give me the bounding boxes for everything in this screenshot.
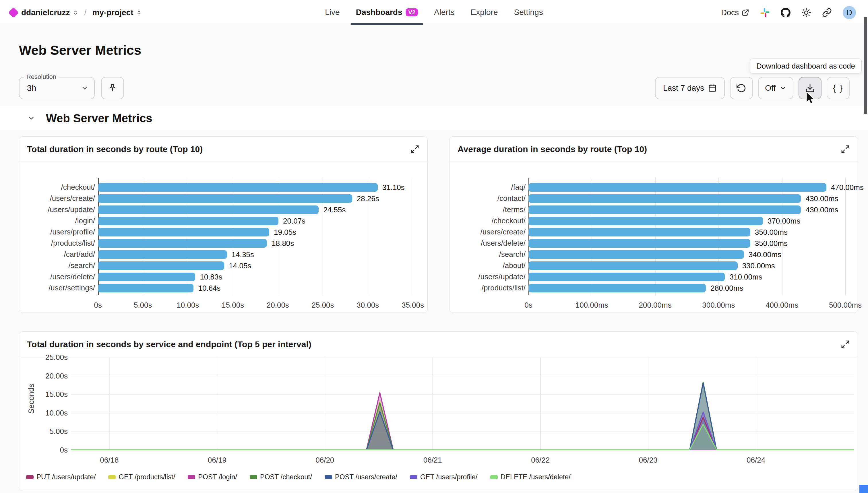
bar[interactable] xyxy=(528,206,801,214)
bar-value-label: 310.00ms xyxy=(729,273,762,281)
live-stream-toggle[interactable]: Off xyxy=(758,77,793,99)
bar[interactable] xyxy=(528,284,706,293)
x-tick-label: 06/19 xyxy=(197,456,237,465)
bar-value-label: 19.05s xyxy=(274,228,296,236)
x-tick-label: 5.00s xyxy=(123,301,163,309)
legend-item[interactable]: POST /checkout/ xyxy=(250,473,312,481)
legend-item[interactable]: POST /login/ xyxy=(188,473,237,481)
main-tabs: Live Dashboards V2 Alerts Explore Settin… xyxy=(324,0,543,25)
bottom-right-accent xyxy=(860,485,868,493)
legend-swatch-icon xyxy=(26,475,34,479)
bar[interactable] xyxy=(98,183,378,192)
scrollbar-thumb[interactable] xyxy=(864,17,867,114)
bar[interactable] xyxy=(98,261,224,270)
chart-legend: PUT /users/update/GET /products/list/POS… xyxy=(26,473,571,481)
bar-value-label: 10.64s xyxy=(198,284,220,293)
legend-label: GET /products/list/ xyxy=(119,473,175,481)
refresh-icon xyxy=(737,83,746,93)
area-chart-svg[interactable] xyxy=(71,358,854,450)
share-link-icon[interactable] xyxy=(822,8,832,18)
legend-item[interactable]: POST /users/create/ xyxy=(325,473,397,481)
time-range-button[interactable]: Last 7 days xyxy=(655,77,725,99)
legend-label: PUT /users/update/ xyxy=(37,473,96,481)
expand-icon[interactable] xyxy=(410,145,419,154)
bar-row: /about/330.00ms xyxy=(457,260,851,271)
bar-value-label: 430.00ms xyxy=(805,206,838,214)
top-nav: ddanielcruzz / my-project Live Dashboard… xyxy=(0,0,868,25)
expand-icon[interactable] xyxy=(841,145,850,154)
chevron-down-icon xyxy=(81,84,88,92)
bar[interactable] xyxy=(98,206,319,214)
axiom-logo-icon[interactable] xyxy=(8,7,19,18)
collapse-chevron-icon[interactable] xyxy=(27,114,35,122)
bar-track: 14.05s xyxy=(98,261,420,270)
slack-icon[interactable] xyxy=(760,8,770,18)
docs-link[interactable]: Docs xyxy=(721,8,749,17)
area-series-line xyxy=(71,417,854,450)
refresh-button[interactable] xyxy=(730,77,753,99)
legend-item[interactable]: PUT /users/update/ xyxy=(26,473,96,481)
bar[interactable] xyxy=(98,250,227,259)
tab-settings[interactable]: Settings xyxy=(513,0,544,25)
tab-alerts[interactable]: Alerts xyxy=(433,0,455,25)
bar[interactable] xyxy=(528,183,826,192)
bar-track: 470.00ms xyxy=(528,183,851,192)
bar-value-label: 14.05s xyxy=(229,261,251,270)
org-switcher[interactable]: ddanielcruzz xyxy=(21,8,79,17)
bar[interactable] xyxy=(528,194,801,203)
bar-track: 350.00ms xyxy=(528,239,851,248)
x-tick-label: 35.00s xyxy=(393,301,433,309)
download-icon xyxy=(805,83,815,93)
bar[interactable] xyxy=(528,273,725,281)
area-series-fill xyxy=(71,382,854,450)
bar-category-label: /contact/ xyxy=(457,194,526,203)
bar[interactable] xyxy=(528,250,744,259)
bar[interactable] xyxy=(98,273,195,281)
x-tick-label: 20.00s xyxy=(258,301,298,309)
bar-track: 20.07s xyxy=(98,217,420,225)
legend-swatch-icon xyxy=(108,475,116,479)
tab-explore[interactable]: Explore xyxy=(470,0,499,25)
bar-category-label: /login/ xyxy=(26,216,95,225)
tab-dashboards[interactable]: Dashboards V2 xyxy=(355,0,419,25)
bar-row: /users/profile/19.05s xyxy=(26,227,420,238)
bar-category-label: /users/delete/ xyxy=(26,272,95,281)
legend-item[interactable]: DELETE /users/delete/ xyxy=(490,473,571,481)
x-axis-ticks: 0s100.00ms200.00ms300.00ms400.00ms500.00… xyxy=(528,301,845,310)
legend-item[interactable]: GET /products/list/ xyxy=(108,473,175,481)
bar[interactable] xyxy=(98,239,267,248)
bar[interactable] xyxy=(528,217,763,225)
edit-as-code-button[interactable]: { } xyxy=(827,77,850,99)
bar[interactable] xyxy=(528,261,738,270)
external-link-icon xyxy=(742,9,749,16)
bar[interactable] xyxy=(528,228,750,236)
bar[interactable] xyxy=(98,217,278,225)
github-icon[interactable] xyxy=(781,8,790,18)
legend-item[interactable]: GET /users/profile/ xyxy=(410,473,478,481)
bar-track: 430.00ms xyxy=(528,206,851,214)
x-tick-label: 0s xyxy=(508,301,549,309)
x-tick-label: 06/20 xyxy=(305,456,345,465)
tab-live[interactable]: Live xyxy=(324,0,340,25)
x-tick-label: 15.00s xyxy=(213,301,253,309)
bar-category-label: /users/update/ xyxy=(457,272,526,281)
project-switcher[interactable]: my-project xyxy=(92,8,142,17)
y-tick-label: 5.00s xyxy=(30,427,68,436)
bar-category-label: /users/update/ xyxy=(26,205,95,214)
bar[interactable] xyxy=(528,239,750,248)
bar-category-label: /cart/add/ xyxy=(26,250,95,259)
x-tick-label: 300.00ms xyxy=(698,301,739,309)
resolution-select[interactable]: Resolution 3h xyxy=(19,77,95,99)
bar-category-label: /products/list/ xyxy=(26,239,95,248)
tooltip: Download dashboard as code xyxy=(750,59,862,73)
x-tick-label: 06/18 xyxy=(89,456,129,465)
pin-resolution-button[interactable] xyxy=(101,77,124,99)
bar[interactable] xyxy=(98,228,269,236)
bar-track: 340.00ms xyxy=(528,250,851,259)
area-chart: Seconds 0s5.00s10.00s15.00s20.00s25.00s … xyxy=(19,332,858,491)
bar[interactable] xyxy=(98,194,352,203)
bar-category-label: /checkout/ xyxy=(457,216,526,225)
theme-sun-icon[interactable] xyxy=(801,8,811,18)
bar[interactable] xyxy=(98,284,193,293)
avatar[interactable]: D xyxy=(843,6,856,19)
